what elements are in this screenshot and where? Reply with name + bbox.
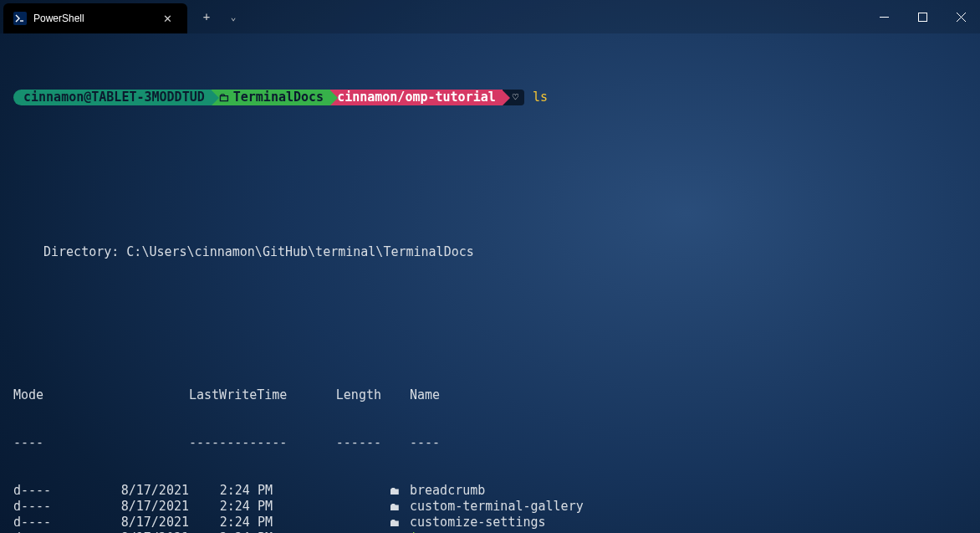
list-separator: ---- ------------- ------ ---- xyxy=(13,435,967,451)
cell-date: 8/17/2021 xyxy=(64,499,189,515)
header-name: Name xyxy=(406,387,440,403)
svg-rect-2 xyxy=(918,13,926,21)
directory-label: Directory: xyxy=(43,244,119,259)
maximize-button[interactable] xyxy=(903,0,942,33)
header-lastwritetime xyxy=(64,387,189,403)
titlebar: PowerShell ✕ + ⌄ xyxy=(0,0,980,33)
cell-name: breadcrumb xyxy=(406,483,485,499)
list-item: d----8/17/20212:24 PM🖿custom-terminal-ga… xyxy=(13,499,967,515)
header-lastwritetime-text: LastWriteTime xyxy=(189,387,273,403)
cell-name: custom-terminal-gallery xyxy=(406,499,584,515)
prompt-session-segment: cinnamon@TABLET-3MODDTUD xyxy=(13,90,212,105)
cell-time: 2:24 PM xyxy=(189,515,273,530)
tab-dropdown-button[interactable]: ⌄ xyxy=(222,0,244,33)
powershell-icon xyxy=(13,12,27,25)
cell-mode: d---- xyxy=(13,483,64,499)
titlebar-drag-area[interactable] xyxy=(253,0,865,33)
list-item: d----8/17/20212:24 PM🖿breadcrumb xyxy=(13,483,967,499)
cell-mode: d---- xyxy=(13,499,64,515)
minimize-button[interactable] xyxy=(865,0,903,33)
tab-title: PowerShell xyxy=(33,13,151,24)
svg-rect-0 xyxy=(13,12,27,25)
command-output: Directory: C:\Users\cinnamon\GitHub\term… xyxy=(13,165,967,533)
filetype-icon: 🖿 xyxy=(381,499,406,515)
close-window-button[interactable] xyxy=(942,0,980,33)
cell-time: 2:24 PM xyxy=(189,483,273,499)
header-mode: Mode xyxy=(13,387,64,403)
segment-separator-icon xyxy=(212,90,219,105)
tab-actions: + ⌄ xyxy=(187,0,253,33)
cell-length xyxy=(273,515,381,530)
list-item: d----8/17/20212:24 PM🖿customize-settings xyxy=(13,515,967,530)
cell-mode: d---- xyxy=(13,515,64,530)
prompt-session-text: cinnamon@TABLET-3MODDTUD xyxy=(23,90,205,105)
command-text: ls xyxy=(533,90,548,105)
prompt-folder-segment: 🗀TerminalDocs xyxy=(212,90,330,105)
prompt-branch-segment: cinnamon/omp-tutorial xyxy=(330,90,503,105)
directory-line: Directory: C:\Users\cinnamon\GitHub\term… xyxy=(43,244,967,260)
prompt-line-1: cinnamon@TABLET-3MODDTUD 🗀TerminalDocs c… xyxy=(13,90,967,105)
filetype-icon: 🖿 xyxy=(381,483,406,499)
filetype-icon: 🖿 xyxy=(381,515,406,530)
cell-time: 2:24 PM xyxy=(189,499,273,515)
segment-separator-icon xyxy=(503,90,510,105)
segment-separator-icon xyxy=(330,90,338,105)
window-controls xyxy=(865,0,980,33)
cell-date: 8/17/2021 xyxy=(64,483,189,499)
tab-powershell[interactable]: PowerShell ✕ xyxy=(3,3,187,33)
new-tab-button[interactable]: + xyxy=(196,0,217,33)
cell-length xyxy=(273,499,381,515)
list-header: Mode LastWriteTime Length Name xyxy=(13,387,967,403)
directory-path: C:\Users\cinnamon\GitHub\terminal\Termin… xyxy=(126,244,473,259)
prompt-folder-text: TerminalDocs xyxy=(233,90,324,105)
cell-date: 8/17/2021 xyxy=(64,515,189,530)
prompt-branch-text: cinnamon/omp-tutorial xyxy=(337,90,496,105)
heart-icon: ♡ xyxy=(513,90,518,105)
folder-icon: 🗀 xyxy=(218,90,229,105)
terminal-area[interactable]: cinnamon@TABLET-3MODDTUD 🗀TerminalDocs c… xyxy=(0,33,980,533)
cell-name: customize-settings xyxy=(406,515,546,530)
cell-length xyxy=(273,483,381,499)
header-length: Length xyxy=(273,387,381,403)
tab-close-button[interactable]: ✕ xyxy=(157,13,177,25)
